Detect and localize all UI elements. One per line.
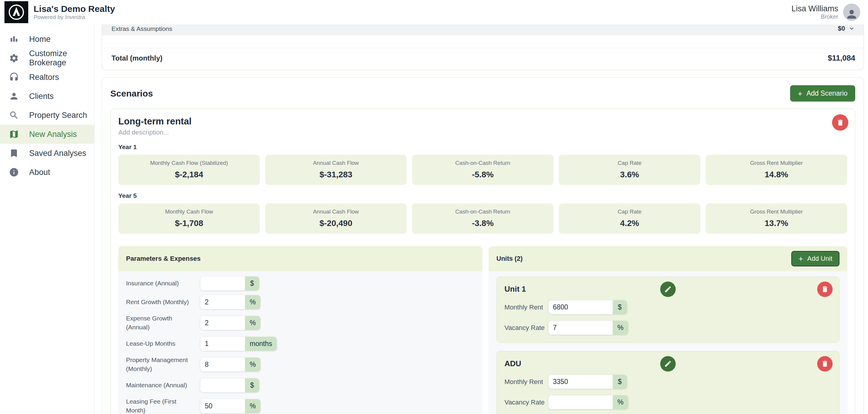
unit-card-unit1: Unit 1 Monthly Rent $ Vacancy Rate (496, 276, 839, 343)
brand: Lisa's Demo Realty Powered by Investra (4, 1, 115, 23)
sidebar-item-property-search[interactable]: Property Search (0, 106, 94, 125)
plus-icon: + (798, 90, 802, 97)
field-expense-growth-annual: Expense Growth (Annual) % (126, 314, 474, 332)
field-property-management-monthly: Property Management (Monthly) % (126, 355, 474, 374)
metric-card: Cash-on-Cash Return -5.8% (412, 155, 554, 185)
sidebar-item-new-analysis[interactable]: New Analysis (0, 125, 94, 144)
delete-scenario-button[interactable] (832, 114, 848, 131)
metric-card: Monthly Cash Flow $-1,708 (118, 203, 260, 234)
percent-suffix: % (245, 316, 260, 330)
sidebar-item-label: Clients (29, 92, 54, 101)
extras-assumptions-value: $0 (838, 25, 845, 32)
search-icon (9, 110, 19, 120)
edit-unit-button[interactable] (660, 356, 676, 372)
sidebar-item-label: Saved Analyses (29, 149, 86, 158)
scenarios-title: Scenarios (110, 89, 153, 99)
scenario-name[interactable]: Long-term rental (118, 116, 847, 127)
sidebar-item-label: Property Search (29, 111, 87, 120)
maintenance-annual-input[interactable] (200, 378, 245, 392)
metric-card: Cash-on-Cash Return -3.8% (412, 203, 554, 234)
metric-card: Monthly Cash Flow (Stabilized) $-2,184 (118, 155, 260, 185)
unit-card-adu: ADU Monthly Rent $ Vacancy Rate (496, 351, 839, 414)
sidebar-item-saved-analyses[interactable]: Saved Analyses (0, 144, 94, 163)
extras-assumptions-label: Extras & Assumptions (112, 25, 172, 32)
metric-card: Annual Cash Flow $-31,283 (265, 155, 407, 185)
field-lease-up-months: Lease-Up Months months (126, 337, 474, 351)
dollar-suffix: $ (245, 276, 259, 290)
brand-logo-icon (4, 1, 28, 23)
add-scenario-button[interactable]: + Add Scenario (790, 85, 855, 102)
percent-suffix: % (613, 321, 628, 335)
delete-unit-button[interactable] (817, 281, 833, 297)
expenses-summary-card: Extras & Assumptions $0 Total (monthly) … (102, 24, 864, 70)
total-monthly-row: Total (monthly) $11,084 (102, 48, 864, 70)
leasing-fee-input[interactable] (200, 399, 245, 413)
sidebar-item-label: Realtors (29, 73, 59, 82)
bar-chart-icon (9, 34, 19, 44)
percent-suffix: % (245, 295, 260, 309)
months-suffix: months (245, 337, 277, 351)
sidebar-item-realtors[interactable]: Realtors (0, 68, 94, 87)
edit-unit-button[interactable] (660, 281, 676, 297)
expense-growth-input[interactable] (200, 316, 245, 330)
rent-growth-input[interactable] (200, 295, 245, 309)
insurance-annual-input[interactable] (200, 276, 245, 290)
percent-suffix: % (613, 395, 628, 409)
sidebar-item-label: Home (29, 35, 51, 44)
avatar[interactable] (843, 4, 860, 21)
extras-assumptions-row[interactable]: Extras & Assumptions $0 (102, 24, 864, 35)
pencil-icon (664, 285, 672, 293)
dollar-suffix: $ (245, 378, 259, 392)
monthly-rent-input[interactable] (549, 300, 613, 314)
parameters-panel-title: Parameters & Expenses (126, 255, 200, 263)
dollar-suffix: $ (613, 300, 627, 314)
person-icon (9, 91, 19, 101)
metric-card: Cap Rate 3.6% (559, 155, 700, 185)
property-management-input[interactable] (200, 357, 245, 372)
scenario-description-placeholder[interactable]: Add description... (118, 129, 847, 136)
headset-icon (9, 72, 19, 82)
trash-icon (821, 360, 829, 368)
dollar-suffix: $ (613, 375, 627, 389)
gear-icon (9, 53, 19, 63)
field-vacancy-rate: Vacancy Rate % (504, 395, 831, 409)
map-icon (9, 129, 19, 139)
brand-subtitle: Powered by Investra (34, 14, 115, 21)
sidebar: Home Customize Brokerage Realtors Client… (0, 24, 95, 414)
chevron-down-icon[interactable] (848, 25, 855, 32)
year-label: Year 5 (118, 192, 847, 199)
add-unit-button[interactable]: + Add Unit (791, 251, 839, 266)
bookmark-icon (9, 148, 19, 158)
vacancy-rate-input[interactable] (549, 321, 613, 335)
plus-icon: + (799, 255, 803, 263)
vacancy-rate-input[interactable] (549, 395, 613, 409)
top-header: Lisa's Demo Realty Powered by Investra L… (0, 0, 868, 24)
percent-suffix: % (245, 357, 260, 372)
year-label: Year 1 (118, 143, 847, 150)
field-monthly-rent: Monthly Rent $ (504, 375, 831, 389)
pencil-icon (664, 360, 672, 368)
brand-title: Lisa's Demo Realty (34, 4, 115, 14)
sidebar-item-about[interactable]: About (0, 163, 94, 182)
metric-card: Gross Rent Multiplier 13.7% (706, 203, 847, 234)
delete-unit-button[interactable] (817, 356, 833, 372)
sidebar-item-customize-brokerage[interactable]: Customize Brokerage (0, 49, 94, 68)
metric-card: Annual Cash Flow $-20,490 (265, 203, 407, 234)
sidebar-item-home[interactable]: Home (0, 30, 94, 49)
field-insurance-annual: Insurance (Annual) $ (126, 276, 474, 290)
units-panel-title: Units (2) (496, 255, 523, 263)
total-monthly-value: $11,084 (828, 54, 855, 63)
sidebar-item-label: About (29, 168, 50, 177)
sidebar-item-clients[interactable]: Clients (0, 87, 94, 106)
lease-up-months-input[interactable] (200, 337, 245, 351)
sidebar-item-label: New Analysis (29, 130, 77, 139)
user-menu[interactable]: Lisa Williams Broker (791, 4, 860, 21)
scenario-card: Long-term rental Add description... Year… (110, 109, 855, 414)
field-maintenance-annual: Maintenance (Annual) $ (126, 378, 474, 392)
sidebar-item-label: Customize Brokerage (29, 49, 94, 67)
trash-icon (821, 285, 829, 293)
trash-icon (836, 119, 844, 127)
monthly-rent-input[interactable] (549, 375, 613, 389)
year5-metrics: Monthly Cash Flow $-1,708 Annual Cash Fl… (118, 203, 847, 234)
field-rent-growth-monthly: Rent Growth (Monthly) % (126, 295, 474, 309)
